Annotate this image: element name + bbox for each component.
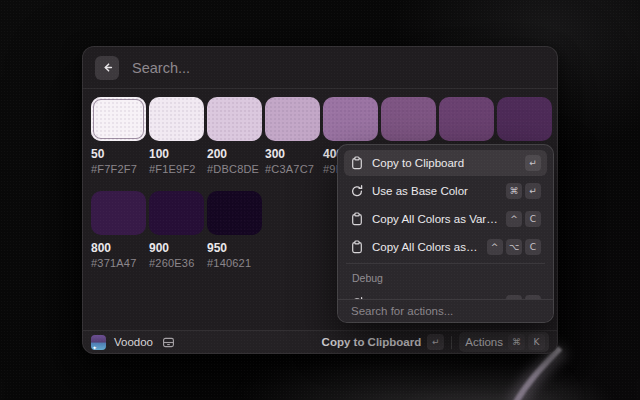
- clipboard-icon: [350, 240, 364, 254]
- shortcut-key: ^: [506, 211, 522, 227]
- action-menu-item-label: Copy All Colors as Variable Declara…: [372, 213, 498, 225]
- actions-menu-list: Copy to Clipboard ↵: [338, 145, 553, 301]
- rotate-icon: [350, 184, 364, 198]
- clipboard-icon: [350, 212, 364, 226]
- actions-search-bar: [338, 299, 553, 322]
- swatch-hex-label: #260E36: [149, 257, 204, 269]
- menu-section-label: Debug: [344, 268, 547, 290]
- color-swatch[interactable]: [91, 191, 146, 235]
- background-glow-bottom-bright: [400, 365, 620, 400]
- arrow-left-icon: [101, 61, 114, 74]
- swatch-weight-label: 100: [149, 148, 204, 161]
- color-swatch[interactable]: [497, 97, 552, 141]
- menu-separator: [346, 263, 545, 264]
- shortcut-key: ⌘: [508, 334, 525, 350]
- color-swatch[interactable]: [439, 97, 494, 141]
- swatch-weight-label: 200: [207, 148, 262, 161]
- shortcut-key: ↵: [525, 155, 541, 171]
- shortcut-key: ⌥: [506, 239, 522, 255]
- actions-popover: Copy to Clipboard ↵: [337, 144, 554, 323]
- swatch-hex-label: #371A47: [91, 257, 146, 269]
- voodoo-app-icon: [91, 335, 106, 350]
- action-menu-item[interactable]: Copy All Colors as JSON ^⌥C: [344, 234, 547, 260]
- palette-cell: 900 #260E36: [149, 191, 204, 269]
- action-menu-item-label: Copy All Colors as JSON: [372, 241, 479, 253]
- color-swatch[interactable]: [207, 97, 262, 141]
- color-swatch[interactable]: [149, 97, 204, 141]
- desktop-background: 50 #F7F2F7 100 #F1E9F2 200 #DBC8DE: [0, 0, 640, 400]
- back-button[interactable]: [95, 56, 119, 80]
- swatch-hex-label: #C3A7C7: [265, 163, 320, 175]
- color-swatch[interactable]: [207, 191, 262, 235]
- palette-cell: 100 #F1E9F2: [149, 97, 204, 175]
- launcher-window: 50 #F7F2F7 100 #F1E9F2 200 #DBC8DE: [82, 46, 558, 354]
- palette-cell: 50 #F7F2F7: [91, 97, 146, 175]
- action-menu-item-label: Copy to Clipboard: [372, 157, 517, 169]
- shortcut-key: ↵: [525, 183, 541, 199]
- command-name: Voodoo: [114, 336, 153, 348]
- color-swatch[interactable]: [149, 191, 204, 235]
- swatch-weight-label: 300: [265, 148, 320, 161]
- swatch-weight-label: 50: [91, 148, 146, 161]
- swatch-weight-label: 950: [207, 242, 262, 255]
- action-menu-item[interactable]: Use as Base Color ⌘↵: [344, 178, 547, 204]
- actions-button-label: Actions: [465, 336, 503, 348]
- disk-icon: [162, 336, 175, 349]
- palette-cell: 800 #371A47: [91, 191, 146, 269]
- actions-button[interactable]: Actions ⌘K: [459, 332, 549, 352]
- swatch-hex-label: #140621: [207, 257, 262, 269]
- actions-search-input[interactable]: [349, 304, 542, 318]
- swatch-hex-label: #F1E9F2: [149, 163, 204, 175]
- palette-cell: 200 #DBC8DE: [207, 97, 262, 175]
- swatch-hex-label: #F7F2F7: [91, 163, 146, 175]
- footer-bar: Voodoo Copy to Clipboard ↵ Actions ⌘K: [83, 330, 557, 353]
- color-swatch[interactable]: [91, 97, 146, 141]
- color-swatch[interactable]: [381, 97, 436, 141]
- action-menu-item[interactable]: Copy to Clipboard ↵: [344, 150, 547, 176]
- shortcut-key: ⌘: [506, 183, 522, 199]
- swatch-weight-label: 900: [149, 242, 204, 255]
- swatch-weight-label: 800: [91, 242, 146, 255]
- action-menu-item-label: Use as Base Color: [372, 185, 498, 197]
- search-bar: [83, 47, 557, 89]
- shortcut-key: K: [528, 334, 545, 350]
- shortcut-keys: ^C: [506, 211, 541, 227]
- color-swatch[interactable]: [265, 97, 320, 141]
- shortcut-keys: ↵: [525, 155, 541, 171]
- return-key-badge: ↵: [427, 334, 444, 350]
- shortcut-key: C: [525, 211, 541, 227]
- clipboard-icon: [350, 156, 364, 170]
- primary-action-button[interactable]: Copy to Clipboard ↵: [322, 334, 445, 350]
- shortcut-keys: ⌘↵: [506, 183, 541, 199]
- footer-divider: [451, 336, 452, 349]
- palette-cell: 300 #C3A7C7: [265, 97, 320, 175]
- actions-shortcut-keys: ⌘K: [508, 334, 545, 350]
- shortcut-key: ^: [487, 239, 503, 255]
- action-menu-item[interactable]: Copy All Colors as Variable Declara… ^C: [344, 206, 547, 232]
- swatch-hex-label: #DBC8DE: [207, 163, 262, 175]
- shortcut-key: C: [525, 239, 541, 255]
- search-input[interactable]: [130, 59, 545, 77]
- primary-action-label: Copy to Clipboard: [322, 336, 422, 348]
- palette-cell: 950 #140621: [207, 191, 262, 269]
- color-swatch[interactable]: [323, 97, 378, 141]
- shortcut-keys: ^⌥C: [487, 239, 541, 255]
